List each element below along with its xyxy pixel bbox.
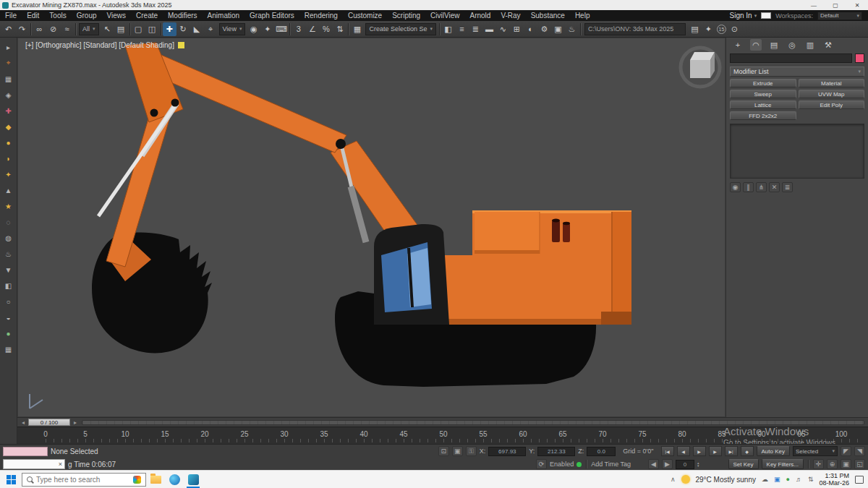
redo-icon[interactable]: ↷ bbox=[15, 22, 29, 36]
menu-views[interactable]: Views bbox=[102, 10, 132, 21]
spinner-snap-icon[interactable]: ⇅ bbox=[333, 22, 346, 36]
left-toolbar-icon[interactable]: ◍ bbox=[4, 233, 14, 243]
curve-editor-icon[interactable]: ∿ bbox=[496, 22, 510, 36]
time-slider-track[interactable] bbox=[82, 420, 864, 425]
tray-chevron-icon[interactable]: ∧ bbox=[671, 476, 676, 483]
selection-lock-icon[interactable]: ⚿ bbox=[466, 446, 477, 456]
menu-create[interactable]: Create bbox=[131, 10, 163, 21]
next-frame-arrow[interactable]: ▸ bbox=[72, 419, 79, 426]
notification-badge[interactable]: 15 bbox=[717, 25, 726, 34]
time-configuration-icon[interactable]: ⟳ bbox=[536, 459, 547, 469]
menu-civilview[interactable]: CivilView bbox=[425, 10, 464, 21]
snap-toggle-icon[interactable]: 3 bbox=[292, 22, 305, 36]
select-link-icon[interactable]: ∞ bbox=[33, 22, 46, 36]
x-coordinate-field[interactable]: 697.93 bbox=[488, 447, 526, 456]
select-place-icon[interactable]: ⌖ bbox=[204, 22, 218, 36]
left-toolbar-icon[interactable]: ◌ bbox=[4, 217, 14, 227]
edit-named-selections-icon[interactable]: ▦ bbox=[350, 22, 364, 36]
select-scale-icon[interactable]: ◣ bbox=[190, 22, 204, 36]
angle-snap-icon[interactable]: ∠ bbox=[305, 22, 319, 36]
modifier-button-sweep[interactable]: Sweep bbox=[730, 90, 796, 98]
zoom-extents-icon[interactable]: ▣ bbox=[841, 459, 851, 469]
left-toolbar-icon[interactable]: ▲ bbox=[4, 185, 14, 195]
ribbon-toggle-icon[interactable]: ▬ bbox=[482, 22, 496, 36]
tab-motion[interactable]: ◎ bbox=[786, 39, 798, 51]
left-toolbar-icon[interactable]: ▦ bbox=[4, 344, 14, 354]
use-pivot-icon[interactable]: ◉ bbox=[247, 22, 260, 36]
left-toolbar-icon[interactable]: ✚ bbox=[4, 106, 14, 116]
tray-status-icon[interactable]: ● bbox=[786, 476, 790, 483]
select-manipulate-icon[interactable]: ✦ bbox=[260, 22, 274, 36]
minimize-button[interactable]: — bbox=[803, 0, 825, 10]
sign-in-button[interactable]: Sign In▾ bbox=[729, 12, 757, 20]
menu-help[interactable]: Help bbox=[570, 10, 595, 21]
spinner-arrows[interactable]: ▴▾ bbox=[697, 461, 699, 467]
tab-utilities[interactable]: ⚒ bbox=[822, 39, 834, 51]
account-menu-chip[interactable] bbox=[761, 12, 771, 19]
modifier-button-extrude[interactable]: Extrude bbox=[730, 79, 796, 87]
select-move-icon[interactable]: ✚ bbox=[163, 22, 176, 36]
key-filters-button[interactable]: Key Filters... bbox=[762, 459, 804, 469]
modifier-stack[interactable] bbox=[730, 124, 864, 179]
3ds-max-taskbar-icon[interactable] bbox=[184, 471, 203, 488]
crossing-selection-icon[interactable]: ◫ bbox=[145, 22, 159, 36]
left-toolbar-icon[interactable]: ★ bbox=[4, 201, 14, 211]
pin-stack-icon[interactable]: ◉ bbox=[730, 182, 741, 192]
search-highlights-icon[interactable] bbox=[133, 476, 141, 484]
tab-create[interactable]: + bbox=[732, 39, 744, 51]
key-mode-dropdown[interactable]: Selected▾ bbox=[793, 446, 838, 456]
show-end-result-icon[interactable]: ∥ bbox=[743, 182, 754, 192]
scene-explorer-icon[interactable]: ▤ bbox=[688, 22, 702, 36]
modifier-button-ffd[interactable]: FFD 2x2x2 bbox=[730, 111, 796, 120]
remove-modifier-icon[interactable]: ✕ bbox=[769, 182, 780, 192]
weather-text[interactable]: 29°C Mostly sunny bbox=[696, 476, 756, 484]
left-toolbar-icon[interactable]: ● bbox=[4, 328, 14, 338]
file-explorer-icon[interactable] bbox=[146, 471, 165, 488]
goto-end-button[interactable]: ▶| bbox=[725, 446, 738, 456]
tab-modify[interactable]: ◠ bbox=[750, 39, 762, 51]
left-toolbar-icon[interactable]: ◈ bbox=[4, 90, 14, 100]
maxscript-mini-listener[interactable]: × bbox=[3, 459, 65, 469]
menu-modifiers[interactable]: Modifiers bbox=[163, 10, 203, 21]
modifier-button-uvw-map[interactable]: UVW Map bbox=[799, 90, 865, 98]
menu-scripting[interactable]: Scripting bbox=[387, 10, 425, 21]
pan-view-icon[interactable]: ✛ bbox=[813, 459, 824, 469]
z-coordinate-field[interactable]: 0.0 bbox=[587, 447, 616, 456]
percent-snap-icon[interactable]: % bbox=[319, 22, 333, 36]
zoom-region-icon[interactable]: ◱ bbox=[854, 459, 865, 469]
object-name-field[interactable] bbox=[730, 53, 852, 63]
copilot-icon[interactable]: ✦ bbox=[702, 22, 715, 36]
render-icon[interactable]: ♨ bbox=[565, 22, 579, 36]
menu-arnold[interactable]: Arnold bbox=[464, 10, 495, 21]
menu-customize[interactable]: Customize bbox=[343, 10, 387, 21]
y-coordinate-field[interactable]: 212.33 bbox=[537, 447, 575, 456]
bind-spacewarp-icon[interactable]: ≈ bbox=[60, 22, 74, 36]
enabled-status-dot[interactable] bbox=[576, 462, 582, 467]
viewport[interactable]: [+] [Orthographic] [Standard] [Default S… bbox=[17, 38, 726, 417]
modifier-button-lattice[interactable]: Lattice bbox=[730, 100, 796, 109]
left-toolbar-icon[interactable]: ♨ bbox=[4, 249, 14, 259]
set-key-button[interactable]: Set Key bbox=[728, 459, 759, 469]
isolate-selection-icon[interactable]: ⊡ bbox=[438, 446, 449, 456]
named-selection-dropdown[interactable]: Create Selection Se▾ bbox=[365, 23, 436, 35]
rectangular-selection-icon[interactable]: ▢ bbox=[132, 22, 145, 36]
tab-display[interactable]: ▥ bbox=[804, 39, 816, 51]
menu-vray[interactable]: V-Ray bbox=[495, 10, 525, 21]
zoom-icon[interactable]: ⊕ bbox=[827, 459, 838, 469]
menu-substance[interactable]: Substance bbox=[526, 10, 570, 21]
key-tangent-out-icon[interactable]: ◥ bbox=[854, 446, 865, 456]
viewport-canvas[interactable] bbox=[18, 38, 726, 417]
volume-icon[interactable]: ♬ bbox=[796, 476, 802, 483]
select-rotate-icon[interactable]: ↻ bbox=[176, 22, 190, 36]
previous-frame-button[interactable]: ◀ bbox=[677, 446, 690, 456]
maximize-button[interactable]: ▢ bbox=[825, 0, 846, 10]
rendered-frame-icon[interactable]: ▣ bbox=[551, 22, 565, 36]
offset-mode-icon[interactable]: ▣ bbox=[452, 446, 463, 456]
tab-hierarchy[interactable]: ▤ bbox=[768, 39, 780, 51]
excavator-cab[interactable] bbox=[374, 224, 449, 325]
menu-edit[interactable]: Edit bbox=[22, 10, 44, 21]
keyboard-override-icon[interactable]: ⌨ bbox=[274, 22, 288, 36]
add-time-tag[interactable]: Add Time Tag bbox=[591, 461, 631, 468]
frame-number-spinner[interactable]: 0 bbox=[676, 460, 694, 469]
time-slider-handle[interactable]: 0 / 100 bbox=[28, 419, 70, 426]
